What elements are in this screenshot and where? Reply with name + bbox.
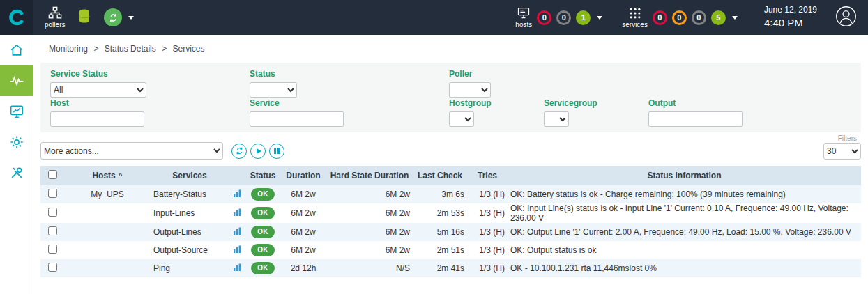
services-menu[interactable]: services (622, 6, 648, 29)
filter-panel: Service Status All Status Poller Host Se… (40, 63, 861, 132)
host-label: Host (50, 98, 144, 108)
breadcrumb-services[interactable]: Services (172, 44, 204, 54)
refresh-button[interactable] (231, 144, 247, 159)
pollers-menu[interactable]: pollers (45, 6, 65, 29)
duration-cell: 6M 2w (280, 223, 326, 241)
sidebar-item-configuration[interactable] (0, 127, 33, 157)
hosts-chevron-icon[interactable] (597, 16, 602, 20)
sidebar-item-monitoring[interactable] (0, 65, 33, 96)
page-size-select[interactable]: 30 (823, 143, 861, 160)
status-badge: OK (251, 188, 275, 201)
pollers-label: pollers (45, 21, 65, 29)
status-information-cell: OK: Input Line(s) status is ok - Input L… (508, 203, 861, 223)
hosts-down-badge[interactable]: 0 (537, 10, 551, 25)
breadcrumb: Monitoring > Status Details > Services (33, 35, 868, 61)
status-information-cell: OK - 10.100.1.231 rta 11,446mslost 0% (508, 259, 861, 277)
table-header-row: Hosts^ Services Status Duration Hard Sta… (40, 166, 861, 185)
refresh-icon (235, 146, 244, 155)
services-chevron-icon[interactable] (732, 16, 738, 20)
services-critical-badge[interactable]: 0 (653, 10, 667, 25)
row-checkbox[interactable] (48, 226, 57, 235)
tries-cell: 1/3 (H) (467, 259, 508, 277)
status-badge: OK (251, 244, 275, 256)
filters-tag: Filters (838, 134, 857, 142)
servicegroup-select[interactable] (544, 111, 569, 127)
sidebar-item-reporting[interactable] (0, 96, 33, 127)
header-hosts[interactable]: Hosts^ (64, 166, 151, 185)
service-graph-icon[interactable] (233, 227, 241, 238)
select-all-checkbox[interactable] (48, 170, 57, 179)
row-checkbox[interactable] (48, 245, 57, 254)
configuration-gear-icon (9, 134, 24, 150)
table-row: Output-Lines OK 6M 2w 6M 2w 5m 16s 1/3 (… (40, 223, 861, 241)
more-actions-select[interactable]: More actions... (40, 142, 223, 160)
monitoring-icon (8, 72, 25, 89)
service-label: Service (250, 98, 344, 108)
service-graph-icon[interactable] (233, 208, 241, 219)
duration-cell: 6M 2w (280, 185, 326, 203)
centreon-logo[interactable] (0, 0, 33, 35)
host-input[interactable] (50, 111, 144, 127)
service-name[interactable]: Battery-Status (153, 189, 206, 199)
service-graph-icon[interactable] (233, 245, 241, 256)
header-services[interactable]: Services (151, 166, 229, 185)
tries-cell: 1/3 (H) (467, 203, 508, 223)
breadcrumb-separator: > (162, 44, 167, 54)
database-status[interactable] (76, 7, 93, 28)
last-check-cell: 2m 41s (413, 259, 467, 277)
service-graph-icon[interactable] (233, 189, 241, 200)
last-check-cell: 2m 51s (413, 241, 467, 259)
pollers-icon (47, 6, 63, 20)
hostgroup-select[interactable] (449, 111, 474, 127)
sidebar (0, 35, 33, 294)
hosts-unreachable-badge[interactable]: 0 (556, 10, 571, 25)
header-status-information[interactable]: Status information (508, 166, 861, 185)
tries-cell: 1/3 (H) (467, 185, 508, 203)
duration-cell: 6M 2w (280, 203, 326, 223)
row-checkbox[interactable] (48, 208, 57, 217)
hosts-up-badge[interactable]: 1 (576, 10, 591, 25)
breadcrumb-monitoring[interactable]: Monitoring (49, 44, 88, 54)
host-name[interactable]: My_UPS (91, 189, 123, 199)
centreon-c-icon (8, 8, 26, 26)
sidebar-item-home[interactable] (0, 35, 33, 65)
sync-icon (108, 13, 119, 23)
breadcrumb-status-details[interactable]: Status Details (105, 44, 156, 54)
hosts-menu[interactable]: hosts (515, 6, 532, 29)
platform-status[interactable] (104, 8, 141, 26)
services-table: Hosts^ Services Status Duration Hard Sta… (40, 166, 861, 277)
table-row: Output-Source OK 6M 2w 6M 2w 2m 51s 1/3 … (40, 241, 861, 259)
service-graph-icon[interactable] (233, 263, 241, 274)
header-status[interactable]: Status (245, 166, 280, 185)
poller-select[interactable] (449, 82, 491, 98)
output-label: Output (648, 98, 743, 108)
breadcrumb-separator: > (93, 44, 98, 54)
main-content: Monitoring > Status Details > Services S… (33, 35, 868, 294)
services-unknown-badge[interactable]: 0 (692, 10, 706, 25)
services-warning-badge[interactable]: 0 (672, 10, 687, 25)
service-input[interactable] (250, 111, 344, 127)
row-checkbox[interactable] (48, 263, 57, 272)
header-duration[interactable]: Duration (280, 166, 326, 185)
service-name[interactable]: Input-Lines (153, 208, 195, 218)
play-button[interactable] (250, 144, 266, 159)
pause-icon (274, 148, 280, 154)
services-ok-badge[interactable]: 5 (711, 10, 726, 25)
sidebar-item-administration[interactable] (0, 157, 33, 188)
service-status-label: Service Status (50, 69, 146, 79)
user-menu[interactable] (835, 6, 857, 30)
header-tries[interactable]: Tries (467, 166, 508, 185)
clock: June 12, 2019 4:40 PM (764, 5, 817, 29)
tries-cell: 1/3 (H) (467, 241, 508, 259)
platform-status-chevron-icon[interactable] (128, 16, 134, 20)
service-status-select[interactable]: All (50, 82, 146, 98)
header-last-check[interactable]: Last Check (413, 166, 467, 185)
header-hard-state-duration[interactable]: Hard State Duration (326, 166, 413, 185)
service-name[interactable]: Output-Source (153, 245, 208, 255)
status-select[interactable] (250, 82, 297, 98)
service-name[interactable]: Ping (153, 263, 170, 273)
output-input[interactable] (648, 111, 743, 127)
service-name[interactable]: Output-Lines (153, 227, 201, 237)
row-checkbox[interactable] (48, 189, 57, 198)
pause-button[interactable] (269, 144, 284, 159)
